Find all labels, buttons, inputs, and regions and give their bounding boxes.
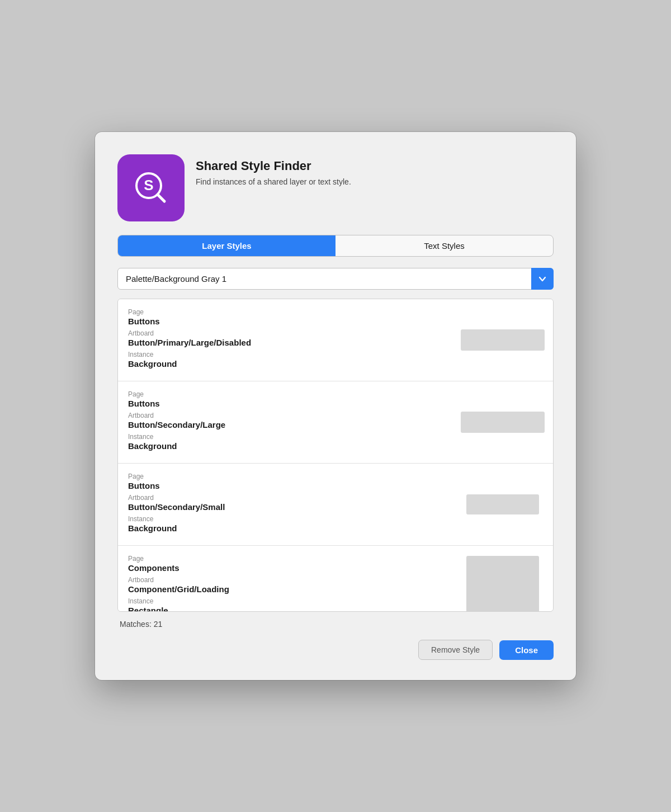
tab-layer-styles[interactable]: Layer Styles: [118, 235, 336, 256]
artboard-value-2: Button/Secondary/Large: [128, 420, 442, 429]
page-label-4: Page: [128, 555, 442, 563]
artboard-value-1: Button/Primary/Large/Disabled: [128, 338, 442, 347]
footer-buttons: Remove Style Close: [117, 640, 554, 660]
header-text: Shared Style Finder Find instances of a …: [196, 154, 351, 188]
instance-value-2: Background: [128, 441, 442, 451]
preview-thumbnail-3: [466, 494, 539, 514]
page-value-4: Components: [128, 563, 442, 573]
page-label-3: Page: [128, 473, 442, 480]
svg-text:S: S: [144, 177, 153, 193]
app-header: S Shared Style Finder Find instances of …: [117, 154, 554, 221]
matches-count: Matches: 21: [117, 620, 554, 629]
page-label-2: Page: [128, 390, 442, 398]
table-row[interactable]: Page Components Artboard Component/Grid/…: [118, 546, 553, 612]
app-icon: S: [117, 154, 185, 221]
result-info: Page Buttons Artboard Button/Primary/Lar…: [118, 299, 452, 381]
instance-label-3: Instance: [128, 515, 442, 523]
style-dropdown-container: Palette/Background Gray 1: [117, 268, 554, 290]
result-info: Page Buttons Artboard Button/Secondary/L…: [118, 381, 452, 463]
page-value-1: Buttons: [128, 317, 442, 326]
instance-value-4: Rectangle: [128, 606, 442, 612]
instance-label-1: Instance: [128, 351, 442, 358]
result-info: Page Components Artboard Component/Grid/…: [118, 546, 452, 612]
tab-text-styles[interactable]: Text Styles: [336, 235, 553, 256]
app-subtitle: Find instances of a shared layer or text…: [196, 177, 351, 188]
preview-thumbnail-4: [466, 556, 539, 612]
artboard-value-3: Button/Secondary/Small: [128, 502, 442, 512]
artboard-value-4: Component/Grid/Loading: [128, 584, 442, 594]
page-label-1: Page: [128, 308, 442, 316]
instance-value-3: Background: [128, 523, 442, 533]
artboard-label-4: Artboard: [128, 576, 442, 584]
artboard-label-1: Artboard: [128, 329, 442, 337]
app-title: Shared Style Finder: [196, 159, 351, 173]
table-row[interactable]: Page Buttons Artboard Button/Primary/Lar…: [118, 299, 553, 381]
instance-label-4: Instance: [128, 597, 442, 605]
style-dropdown[interactable]: Palette/Background Gray 1: [117, 268, 554, 290]
table-row[interactable]: Page Buttons Artboard Button/Secondary/S…: [118, 464, 553, 546]
result-info: Page Buttons Artboard Button/Secondary/S…: [118, 464, 452, 545]
result-preview-3: [452, 464, 553, 545]
results-list[interactable]: Page Buttons Artboard Button/Primary/Lar…: [117, 299, 554, 612]
preview-thumbnail-1: [461, 329, 545, 351]
main-window: S Shared Style Finder Find instances of …: [95, 132, 576, 680]
result-preview-2: [452, 381, 553, 463]
remove-style-button[interactable]: Remove Style: [418, 640, 493, 660]
page-value-3: Buttons: [128, 481, 442, 490]
svg-line-2: [158, 195, 164, 201]
result-preview-4: [452, 546, 553, 612]
result-preview-1: [452, 299, 553, 381]
table-row[interactable]: Page Buttons Artboard Button/Secondary/L…: [118, 381, 553, 464]
artboard-label-2: Artboard: [128, 412, 442, 419]
close-button[interactable]: Close: [499, 640, 554, 660]
instance-label-2: Instance: [128, 433, 442, 441]
instance-value-1: Background: [128, 359, 442, 369]
page-value-2: Buttons: [128, 399, 442, 408]
preview-thumbnail-2: [461, 412, 545, 433]
artboard-label-3: Artboard: [128, 494, 442, 502]
tab-bar: Layer Styles Text Styles: [117, 235, 554, 257]
